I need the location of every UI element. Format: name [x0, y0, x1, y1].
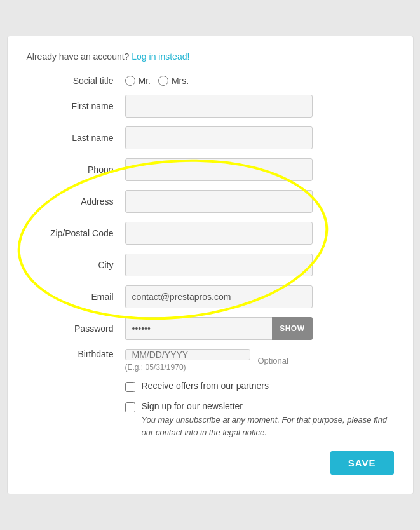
address-label: Address: [27, 196, 125, 207]
city-label: City: [27, 260, 125, 270]
city-row: City: [27, 254, 394, 276]
first-name-input[interactable]: [125, 95, 313, 118]
login-prompt: Already have an account? Log in instead!: [27, 51, 394, 62]
mrs-option[interactable]: Mrs.: [158, 76, 189, 86]
password-input[interactable]: [125, 317, 273, 340]
newsletter-row: Sign up for our newsletter You may unsub…: [125, 401, 394, 438]
birthdate-col: (E.g.: 05/31/1970): [125, 349, 250, 372]
address-row: Address: [27, 190, 394, 213]
birthdate-input[interactable]: [125, 349, 250, 360]
first-name-row: First name: [27, 95, 394, 118]
mrs-label: Mrs.: [172, 76, 189, 86]
zip-input[interactable]: [125, 222, 313, 245]
newsletter-col: Sign up for our newsletter You may unsub…: [142, 401, 394, 438]
mr-radio[interactable]: [125, 76, 135, 86]
mrs-radio[interactable]: [158, 76, 168, 86]
phone-label: Phone: [27, 165, 125, 175]
last-name-label: Last name: [27, 133, 125, 143]
save-button[interactable]: SAVE: [330, 451, 394, 475]
save-btn-row: SAVE: [27, 451, 394, 475]
password-row: Password SHOW: [27, 317, 394, 340]
mr-label: Mr.: [139, 76, 151, 86]
email-input[interactable]: [125, 285, 313, 308]
newsletter-label: Sign up for our newsletter: [142, 401, 394, 411]
login-link[interactable]: Log in instead!: [132, 51, 189, 62]
optional-label: Optional: [258, 356, 288, 365]
password-label: Password: [27, 323, 125, 334]
city-input[interactable]: [125, 254, 313, 276]
social-title-row: Social title Mr. Mrs.: [27, 76, 394, 86]
social-title-label: Social title: [27, 76, 125, 86]
zip-label: Zip/Postal Code: [27, 228, 125, 238]
offers-label: Receive offers from our partners: [142, 381, 269, 391]
email-label: Email: [27, 292, 125, 302]
offers-row: Receive offers from our partners: [125, 381, 394, 392]
birthdate-hint: (E.g.: 05/31/1970): [125, 363, 250, 372]
newsletter-note: You may unsubscribe at any moment. For t…: [142, 414, 394, 438]
social-title-radio-group: Mr. Mrs.: [125, 76, 189, 86]
already-text: Already have an account?: [27, 51, 130, 62]
newsletter-checkbox[interactable]: [125, 402, 135, 412]
password-wrapper: SHOW: [125, 317, 313, 340]
zip-row: Zip/Postal Code: [27, 222, 394, 245]
email-row: Email: [27, 285, 394, 308]
show-password-button[interactable]: SHOW: [272, 317, 312, 340]
registration-form-card: Already have an account? Log in instead!…: [7, 36, 414, 494]
phone-input[interactable]: [125, 158, 313, 181]
birthdate-row: Birthdate (E.g.: 05/31/1970) Optional: [27, 349, 394, 372]
last-name-row: Last name: [27, 126, 394, 149]
first-name-label: First name: [27, 101, 125, 111]
last-name-input[interactable]: [125, 126, 313, 149]
mr-option[interactable]: Mr.: [125, 76, 151, 86]
phone-row: Phone: [27, 158, 394, 181]
address-input[interactable]: [125, 190, 313, 213]
birthdate-label: Birthdate: [27, 349, 125, 359]
offers-checkbox[interactable]: [125, 382, 135, 392]
